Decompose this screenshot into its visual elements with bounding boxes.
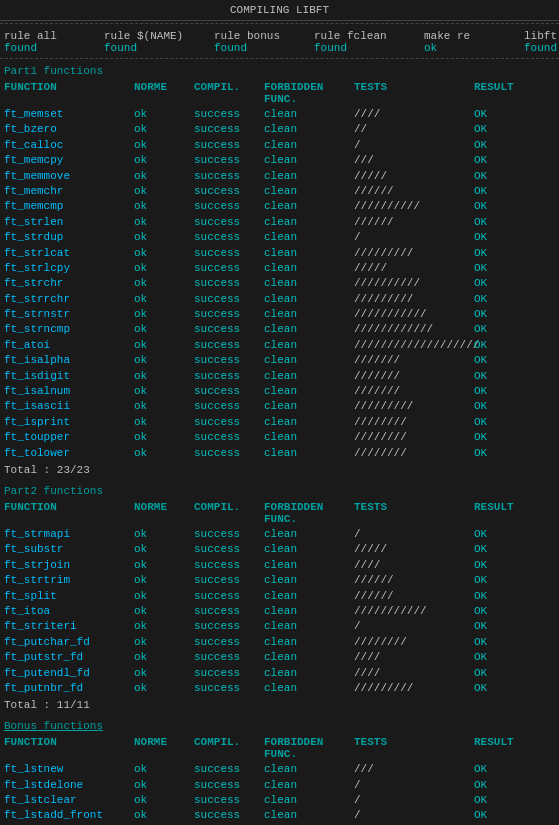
norme-val: ok bbox=[134, 558, 194, 573]
rule-make-re-status: ok bbox=[424, 42, 524, 54]
compil-val: success bbox=[194, 169, 264, 184]
fn-name: ft_lstdelone bbox=[4, 778, 134, 793]
compil-val: success bbox=[194, 619, 264, 634]
norme-val: ok bbox=[134, 681, 194, 696]
tests-val: ///////// bbox=[354, 681, 474, 696]
compil-val: success bbox=[194, 215, 264, 230]
tests-val: ////////// bbox=[354, 199, 474, 214]
result-val: OK bbox=[474, 793, 524, 808]
result-val: OK bbox=[474, 138, 524, 153]
part2-rows: ft_strmapi ok success clean / OK ft_subs… bbox=[0, 527, 559, 696]
top-bar: COMPILING LIBFT bbox=[0, 0, 559, 21]
tests-val: ///////// bbox=[354, 399, 474, 414]
table-row: ft_isalnum ok success clean /////// OK bbox=[0, 384, 559, 399]
part2-title: Part2 functions bbox=[0, 481, 559, 499]
norme-val: ok bbox=[134, 307, 194, 322]
fn-name: ft_lstnew bbox=[4, 762, 134, 777]
forbidden-val: clean bbox=[264, 430, 354, 445]
compil-val: success bbox=[194, 153, 264, 168]
forbidden-val: clean bbox=[264, 138, 354, 153]
norme-val: ok bbox=[134, 635, 194, 650]
compil-val: success bbox=[194, 681, 264, 696]
bonus-title: Bonus functions bbox=[0, 716, 559, 734]
norme-val: ok bbox=[134, 650, 194, 665]
fn-name: ft_memcpy bbox=[4, 153, 134, 168]
result-val: OK bbox=[474, 399, 524, 414]
result-val: OK bbox=[474, 619, 524, 634]
forbidden-val: clean bbox=[264, 573, 354, 588]
fn-name: ft_strmapi bbox=[4, 527, 134, 542]
fn-name: ft_strlcpy bbox=[4, 261, 134, 276]
result-val: OK bbox=[474, 322, 524, 337]
compil-val: success bbox=[194, 808, 264, 823]
part2-total: Total : 11/11 bbox=[0, 696, 559, 716]
norme-val: ok bbox=[134, 527, 194, 542]
top-divider bbox=[0, 23, 559, 24]
result-val: OK bbox=[474, 307, 524, 322]
table-row: ft_strlcpy ok success clean ///// OK bbox=[0, 261, 559, 276]
forbidden-val: clean bbox=[264, 322, 354, 337]
table-row: ft_strjoin ok success clean //// OK bbox=[0, 558, 559, 573]
forbidden-val: clean bbox=[264, 542, 354, 557]
result-val: OK bbox=[474, 446, 524, 461]
forbidden-val: clean bbox=[264, 399, 354, 414]
compil-val: success bbox=[194, 261, 264, 276]
result-val: OK bbox=[474, 430, 524, 445]
rules-divider bbox=[0, 58, 559, 59]
compil-val: success bbox=[194, 246, 264, 261]
tests-val: //////// bbox=[354, 415, 474, 430]
tests-val: /////// bbox=[354, 353, 474, 368]
bonus-section: Bonus functions FUNCTION NORME COMPIL. F… bbox=[0, 716, 559, 825]
col-norme-1: NORME bbox=[134, 81, 194, 105]
compil-val: success bbox=[194, 446, 264, 461]
forbidden-val: clean bbox=[264, 215, 354, 230]
table-row: ft_tolower ok success clean //////// OK bbox=[0, 446, 559, 461]
forbidden-val: clean bbox=[264, 635, 354, 650]
result-val: OK bbox=[474, 292, 524, 307]
forbidden-val: clean bbox=[264, 415, 354, 430]
result-val: OK bbox=[474, 230, 524, 245]
result-val: OK bbox=[474, 369, 524, 384]
fn-name: ft_putchar_fd bbox=[4, 635, 134, 650]
fn-name: ft_strjoin bbox=[4, 558, 134, 573]
forbidden-val: clean bbox=[264, 666, 354, 681]
table-row: ft_putendl_fd ok success clean //// OK bbox=[0, 666, 559, 681]
col-tests-1: TESTS bbox=[354, 81, 474, 105]
table-row: ft_isprint ok success clean //////// OK bbox=[0, 415, 559, 430]
result-val: OK bbox=[474, 246, 524, 261]
forbidden-val: clean bbox=[264, 558, 354, 573]
rule-libft-status: found bbox=[524, 42, 559, 54]
fn-name: ft_putstr_fd bbox=[4, 650, 134, 665]
forbidden-val: clean bbox=[264, 122, 354, 137]
compil-val: success bbox=[194, 762, 264, 777]
fn-name: ft_isascii bbox=[4, 399, 134, 414]
compil-val: success bbox=[194, 666, 264, 681]
tests-val: ////// bbox=[354, 215, 474, 230]
norme-val: ok bbox=[134, 762, 194, 777]
table-row: ft_strncmp ok success clean ////////////… bbox=[0, 322, 559, 337]
table-row: ft_lstclear ok success clean / OK bbox=[0, 793, 559, 808]
fn-name: ft_memcmp bbox=[4, 199, 134, 214]
col-function-2: FUNCTION bbox=[4, 501, 134, 525]
col-norme-3: NORME bbox=[134, 736, 194, 760]
fn-name: ft_isdigit bbox=[4, 369, 134, 384]
fn-name: ft_strlcat bbox=[4, 246, 134, 261]
fn-name: ft_bzero bbox=[4, 122, 134, 137]
table-row: ft_split ok success clean ////// OK bbox=[0, 589, 559, 604]
fn-name: ft_strnstr bbox=[4, 307, 134, 322]
compil-val: success bbox=[194, 107, 264, 122]
col-forbidden-3: FORBIDDEN FUNC. bbox=[264, 736, 354, 760]
norme-val: ok bbox=[134, 604, 194, 619]
compil-val: success bbox=[194, 573, 264, 588]
compil-val: success bbox=[194, 122, 264, 137]
table-row: ft_calloc ok success clean / OK bbox=[0, 138, 559, 153]
part1-section: Part1 functions FUNCTION NORME COMPIL. F… bbox=[0, 61, 559, 481]
fn-name: ft_memset bbox=[4, 107, 134, 122]
table-row: ft_strrchr ok success clean ///////// OK bbox=[0, 292, 559, 307]
result-val: OK bbox=[474, 122, 524, 137]
compil-val: success bbox=[194, 199, 264, 214]
col-norme-2: NORME bbox=[134, 501, 194, 525]
tests-val: / bbox=[354, 808, 474, 823]
rules-row: rule all found rule $(NAME) found rule b… bbox=[0, 26, 559, 56]
norme-val: ok bbox=[134, 415, 194, 430]
